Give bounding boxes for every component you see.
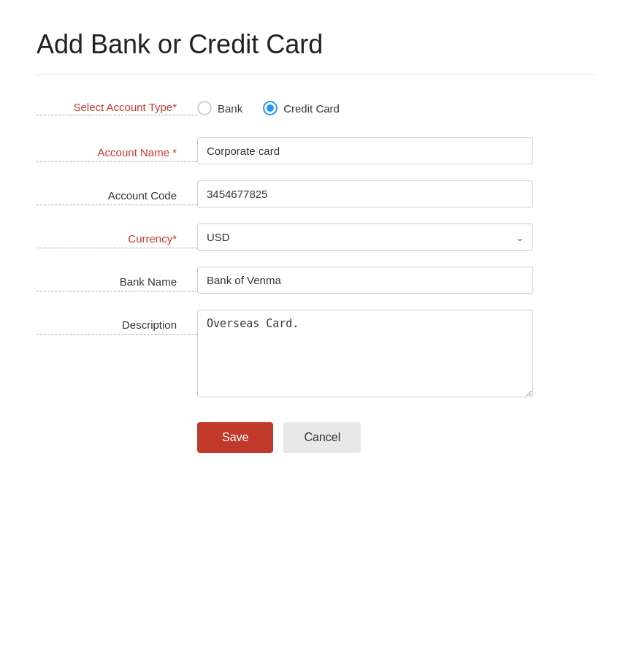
description-label: Description xyxy=(37,310,197,335)
account-code-input[interactable] xyxy=(197,180,533,207)
currency-label: Currency* xyxy=(37,224,197,248)
account-name-row: Account Name * xyxy=(37,137,594,164)
account-code-label: Account Code xyxy=(37,180,197,205)
currency-field: USD EUR GBP INR ⌄ xyxy=(197,224,533,251)
account-code-field xyxy=(197,180,533,207)
cancel-button[interactable]: Cancel xyxy=(283,422,361,453)
account-name-label: Account Name * xyxy=(37,137,197,162)
account-code-row: Account Code xyxy=(37,180,594,207)
account-type-label: Select Account Type* xyxy=(37,101,197,115)
form-container: Select Account Type* Bank Credit Card Ac… xyxy=(37,101,594,453)
currency-select[interactable]: USD EUR GBP INR xyxy=(197,224,533,251)
bank-name-input[interactable] xyxy=(197,267,533,294)
radio-options: Bank Credit Card xyxy=(197,101,594,115)
currency-select-wrapper: USD EUR GBP INR ⌄ xyxy=(197,224,533,251)
account-name-input[interactable] xyxy=(197,137,533,164)
bank-name-field xyxy=(197,267,533,294)
credit-card-radio-circle[interactable] xyxy=(263,101,278,115)
description-field xyxy=(197,310,533,400)
currency-row: Currency* USD EUR GBP INR ⌄ xyxy=(37,224,594,251)
bank-radio-option[interactable]: Bank xyxy=(197,101,242,115)
bank-radio-circle[interactable] xyxy=(197,101,212,115)
description-row: Description xyxy=(37,310,594,400)
account-type-row: Select Account Type* Bank Credit Card xyxy=(37,101,594,115)
account-name-field xyxy=(197,137,533,164)
divider xyxy=(37,75,594,75)
save-button[interactable]: Save xyxy=(197,422,273,453)
bank-name-label: Bank Name xyxy=(37,267,197,291)
bank-radio-label: Bank xyxy=(218,102,242,115)
page-title: Add Bank or Credit Card xyxy=(37,29,594,60)
credit-card-radio-option[interactable]: Credit Card xyxy=(263,101,340,115)
credit-card-radio-label: Credit Card xyxy=(283,102,340,115)
buttons-row: Save Cancel xyxy=(37,422,594,453)
bank-name-row: Bank Name xyxy=(37,267,594,294)
description-textarea[interactable] xyxy=(197,310,533,397)
